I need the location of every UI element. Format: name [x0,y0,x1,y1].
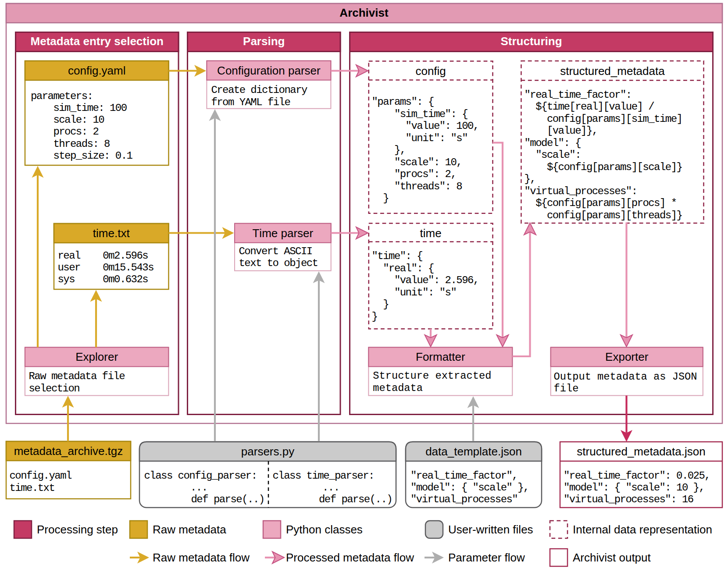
svg-text:Raw metadata flow: Raw metadata flow [153,551,250,564]
svg-text:${time[real][value] /: ${time[real][value] / [525,101,655,113]
svg-text:"params": {: "params": { [372,96,434,108]
svg-text:parameters:: parameters: [31,90,93,102]
svg-text:config[params][sim_time]: config[params][sim_time] [525,113,682,125]
svg-text:Explorer: Explorer [75,350,118,363]
svg-text:time.txt: time.txt [10,482,55,494]
svg-text:[value]},: [value]}, [525,125,598,137]
svg-text:"virtual_processes": 16: "virtual_processes": 16 [564,494,693,505]
svg-text:"model": { "scale" },: "model": { "scale" }, [410,482,529,494]
svg-text:class time_parser:: class time_parser: [273,470,374,482]
svg-text:"threads": 8: "threads": 8 [372,181,462,192]
svg-text:Metadata entry selection: Metadata entry selection [31,35,164,48]
svg-text:config[params][threads]}: config[params][threads]} [525,210,682,221]
svg-text:from YAML file: from YAML file [211,96,290,108]
svg-text:"scale": 10,: "scale": 10, [372,156,462,168]
svg-text:"model": { "scale": 10 },: "model": { "scale": 10 }, [564,482,704,494]
svg-text:procs: 2: procs: 2 [31,126,98,138]
svg-text:Archivist: Archivist [339,6,389,19]
svg-text:"real": {: "real": { [372,263,434,274]
svg-text:metadata_archive.tgz: metadata_archive.tgz [14,444,123,458]
svg-text:Python classes: Python classes [286,523,363,536]
svg-text:}: } [372,311,378,323]
svg-text:"unit": "s": "unit": "s" [372,132,468,144]
svg-text:Structuring: Structuring [500,35,562,48]
svg-text:Raw metadata file: Raw metadata file [29,370,125,382]
svg-text:Archivist output: Archivist output [573,551,651,564]
svg-text:"model": {: "model": { [525,137,581,149]
svg-text:},: }, [525,173,536,185]
svg-text:time: time [420,227,442,240]
svg-text:config.yaml: config.yaml [68,64,126,77]
svg-text:${config[params][procs] *: ${config[params][procs] * [525,197,677,209]
svg-text:"unit": "s": "unit": "s" [372,287,457,298]
svg-text:text to object: text to object [239,257,318,269]
svg-text:"procs": 2,: "procs": 2, [372,168,457,180]
svg-text:"value": 2.596,: "value": 2.596, [372,274,479,286]
svg-text:parsers.py: parsers.py [241,445,294,458]
svg-text:"real_time_factor": 0.025,: "real_time_factor": 0.025, [564,470,710,482]
svg-text:structured_metadata.json: structured_metadata.json [577,445,705,458]
svg-text:}: } [372,298,389,310]
svg-text:scale: 10: scale: 10 [31,114,104,126]
svg-text:user 0m15.543s: user 0m15.543s [58,262,154,274]
svg-text:selection: selection [29,383,80,394]
svg-text:Time parser: Time parser [252,227,313,240]
svg-text:"virtual_processes":: "virtual_processes": [525,185,637,197]
svg-text:def parse(..): def parse(..) [319,494,392,505]
svg-text:"sim_time": {: "sim_time": { [372,108,468,120]
svg-text:Exporter: Exporter [605,350,649,363]
svg-text:"value": 100,: "value": 100, [372,120,479,132]
svg-text:structured_metadata: structured_metadata [560,64,665,78]
svg-text:...: ... [322,482,339,494]
svg-text:def parse(..): def parse(..) [191,494,264,505]
svg-text:${config[params][scale]}: ${config[params][scale]} [525,161,682,173]
svg-text:file: file [554,383,579,394]
svg-text:step_size: 0.1: step_size: 0.1 [31,150,132,162]
svg-text:User-written files: User-written files [448,523,533,536]
svg-text:time.txt: time.txt [93,227,130,240]
svg-text:"scale":: "scale": [525,149,581,161]
svg-text:Processing step: Processing step [37,523,118,536]
svg-text:metadata: metadata [373,382,423,394]
svg-text:...: ... [190,482,207,494]
svg-text:"virtual_processes": "virtual_processes" [410,494,517,505]
svg-text:"real_time_factor",: "real_time_factor", [410,470,517,482]
svg-text:Parameter flow: Parameter flow [448,551,525,564]
svg-text:class config_parser:: class config_parser: [144,470,257,482]
svg-text:}: } [372,192,389,204]
svg-text:Internal data representation: Internal data representation [573,523,712,536]
svg-text:threads: 8: threads: 8 [31,138,110,150]
svg-text:sys 0m0.632s: sys 0m0.632s [58,274,148,285]
svg-text:"real_time_factor":: "real_time_factor": [525,89,632,101]
svg-text:data_template.json: data_template.json [425,445,522,458]
svg-text:Configuration parser: Configuration parser [217,64,321,77]
svg-text:Formatter: Formatter [416,350,465,363]
svg-text:config.yaml: config.yaml [10,470,72,482]
svg-text:Convert ASCII: Convert ASCII [239,245,312,257]
svg-text:Parsing: Parsing [243,35,285,48]
svg-text:sim_time: 100: sim_time: 100 [31,102,127,114]
svg-text:},: }, [372,144,406,156]
svg-text:Processed metadata flow: Processed metadata flow [286,551,414,564]
svg-text:"time": {: "time": { [372,250,423,262]
svg-text:Output metadata as JSON: Output metadata as JSON [554,371,697,383]
svg-text:Structure extracted: Structure extracted [373,370,491,382]
svg-text:config: config [415,64,446,78]
svg-text:Raw metadata: Raw metadata [153,523,226,536]
svg-text:real 0m2.596s: real 0m2.596s [58,250,148,262]
svg-text:Create dictionary: Create dictionary [211,84,307,96]
